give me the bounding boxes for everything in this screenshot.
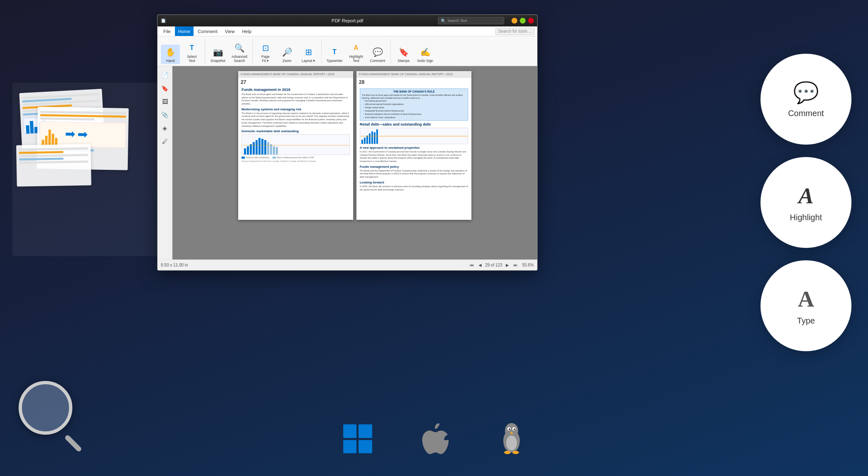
next-page-button[interactable]: ▶ bbox=[504, 262, 511, 269]
ribbon-tool-page-fit[interactable]: ⊡ PageFit ▾ bbox=[256, 40, 275, 64]
ribbon-tool-typewriter[interactable]: T Typewriter bbox=[325, 45, 344, 64]
minimize-button[interactable]: − bbox=[512, 18, 517, 24]
type-tool-icon: A bbox=[798, 286, 814, 312]
page-27-header: FUNDS MANAGEMENT BANK OF CANADA • ANNUAL… bbox=[238, 71, 353, 78]
type-tool-button[interactable]: A Type bbox=[760, 260, 851, 351]
pdf-page-28: FUNDS MANAGEMENT BANK OF CANADA • ANNUAL… bbox=[356, 71, 471, 220]
apple-icon bbox=[422, 424, 449, 455]
stamps-label: Stamps bbox=[398, 59, 410, 63]
highlight-text-icon: A bbox=[354, 42, 359, 54]
snapshot-label: Snapshot bbox=[210, 59, 225, 63]
last-page-button[interactable]: ⏭ bbox=[512, 262, 519, 269]
page-27-subtitle1: Modernizing systems and managing risk bbox=[242, 107, 350, 111]
page-28-section3-text: In 2020, the Bank will continue to enhan… bbox=[360, 185, 468, 191]
sidebar-edit-icon[interactable]: 🖊 bbox=[159, 136, 171, 147]
bank-role-text: The Bank acts as fiscal agent and banker… bbox=[362, 94, 466, 99]
ribbon-tool-snapshot[interactable]: 📷 Snapshot bbox=[208, 45, 227, 64]
close-button[interactable]: ✕ bbox=[528, 18, 534, 24]
select-text-label: SelectText bbox=[187, 55, 197, 63]
page-27-title: Funds management in 2019 bbox=[242, 88, 350, 92]
layout-label: Layout ▾ bbox=[302, 59, 316, 63]
left-sidebar: 📄 🔖 🖼 📎 ◈ 🖊 bbox=[158, 66, 172, 260]
page-28-header: FUNDS MANAGEMENT BANK OF CANADA • ANNUAL… bbox=[356, 71, 471, 78]
sidebar-pages-icon[interactable]: 📄 bbox=[159, 69, 171, 81]
win-pane-2 bbox=[359, 424, 372, 438]
ribbon-tool-select-text[interactable]: T SelectText bbox=[182, 40, 201, 64]
menu-search-placeholder: Search for tools ... bbox=[498, 29, 532, 33]
svg-point-8 bbox=[504, 451, 511, 454]
ribbon-tool-advanced-search[interactable]: 🔍 AdvancedSearch bbox=[230, 40, 249, 64]
ribbon-tool-hand[interactable]: ✋ Hand bbox=[161, 45, 180, 64]
page-fit-label: PageFit ▾ bbox=[261, 55, 270, 63]
comment-tool-label: Comment bbox=[788, 109, 824, 118]
ribbon-tool-layout[interactable]: ⊞ Layout ▾ bbox=[299, 45, 318, 64]
menu-view[interactable]: View bbox=[222, 26, 238, 36]
page-28-section3-title: Looking forward bbox=[360, 181, 468, 184]
ribbon-tool-highlight-text[interactable]: A HighlightText bbox=[347, 40, 366, 64]
title-search-box[interactable]: 🔍 Search Text bbox=[438, 17, 504, 24]
os-icons-section bbox=[343, 422, 525, 455]
advanced-search-label: AdvancedSearch bbox=[232, 55, 247, 63]
xodo-sign-icon: ✍ bbox=[420, 46, 430, 58]
sidebar-attachments-icon[interactable]: 📎 bbox=[159, 109, 171, 121]
comment-tool-icon: 💬 bbox=[793, 81, 819, 105]
pdf-page-27: FUNDS MANAGEMENT BANK OF CANADA • ANNUAL… bbox=[238, 71, 353, 220]
pdf-window: 📄 PDF Report.pdf 🔍 Search Text − □ ✕ Fil… bbox=[157, 14, 538, 271]
svg-point-9 bbox=[512, 451, 519, 454]
page-27-number: 27 bbox=[238, 78, 353, 86]
page-27-intro: The Bank acts as fiscal agent and banker… bbox=[242, 93, 350, 106]
comment-tool-button[interactable]: 💬 Comment bbox=[760, 54, 851, 145]
window-controls: − □ ✕ bbox=[512, 18, 534, 24]
page-28-body: THE BANK OF CANADA'S ROLE The Bank acts … bbox=[356, 86, 471, 194]
magnifier-icon bbox=[19, 381, 72, 435]
svg-point-6 bbox=[514, 428, 515, 430]
sidebar-thumbnails-icon[interactable]: 🖼 bbox=[159, 96, 171, 107]
page-27-text1: The Bank is in the process of upgrading … bbox=[242, 112, 350, 128]
separator-2 bbox=[252, 39, 253, 64]
title-bar: 📄 PDF Report.pdf 🔍 Search Text − □ ✕ bbox=[158, 15, 537, 26]
hand-icon: ✋ bbox=[165, 46, 176, 58]
page-fit-icon: ⊡ bbox=[262, 42, 269, 54]
menu-comment[interactable]: Comment bbox=[194, 26, 221, 36]
sidebar-bookmarks-icon[interactable]: 🔖 bbox=[159, 83, 171, 94]
bank-role-list: the federal government official internat… bbox=[362, 99, 466, 119]
zoom-level: 55.6% bbox=[522, 263, 534, 267]
highlight-tool-button[interactable]: A Highlight bbox=[760, 157, 851, 248]
typewriter-icon: T bbox=[332, 46, 337, 58]
page-27-chart bbox=[242, 134, 350, 155]
menu-help[interactable]: Help bbox=[239, 26, 255, 36]
zoom-icon: 🔎 bbox=[282, 46, 292, 58]
ribbon-tool-comment[interactable]: 💬 Comment bbox=[368, 45, 387, 64]
windows-icon bbox=[343, 424, 372, 453]
ribbon-tool-xodo-sign[interactable]: ✍ Xodo Sign bbox=[416, 45, 435, 64]
sidebar-layers-icon[interactable]: ◈ bbox=[159, 122, 171, 134]
page-28-number: 28 bbox=[356, 78, 471, 86]
svg-point-2 bbox=[506, 436, 517, 450]
prev-page-button[interactable]: ◀ bbox=[477, 262, 483, 269]
page-28-chart bbox=[360, 128, 468, 144]
xodo-sign-label: Xodo Sign bbox=[417, 59, 433, 63]
comment-label: Comment bbox=[370, 59, 385, 63]
chart-legend: Treasury bills outstanding Ratio of fede… bbox=[242, 156, 350, 159]
separator-1 bbox=[205, 39, 205, 64]
win-pane-1 bbox=[343, 424, 357, 438]
win-pane-4 bbox=[359, 440, 372, 454]
menu-home[interactable]: Home bbox=[175, 26, 194, 36]
page-28-section1-text: In 2017, the Government of Canada announ… bbox=[360, 150, 468, 163]
linux-icon bbox=[498, 422, 525, 455]
ribbon-tool-stamps[interactable]: 🔖 Stamps bbox=[394, 45, 413, 64]
maximize-button[interactable]: □ bbox=[520, 18, 526, 24]
page-dimensions: 8.50 x 11.00 in bbox=[161, 263, 188, 267]
ribbon-tool-zoom[interactable]: 🔎 Zoom bbox=[277, 45, 297, 64]
menu-search-box[interactable]: Search for tools ... bbox=[495, 28, 535, 35]
highlight-text-label: HighlightText bbox=[349, 55, 363, 63]
first-page-button[interactable]: ⏮ bbox=[469, 262, 475, 269]
page-display: 29 of 123 bbox=[485, 263, 502, 267]
separator-3 bbox=[321, 39, 322, 64]
page-28-section2-text: The Bank and the Department of Finance C… bbox=[360, 169, 468, 179]
ribbon-toolbar: ✋ Hand T SelectText 📷 Snapshot 🔍 Advance… bbox=[158, 36, 537, 66]
page-28-title: Retail debt—sales and outstanding debt bbox=[360, 122, 468, 126]
win-pane-3 bbox=[343, 440, 357, 454]
hand-label: Hand bbox=[166, 59, 175, 63]
menu-file[interactable]: File bbox=[160, 26, 174, 36]
